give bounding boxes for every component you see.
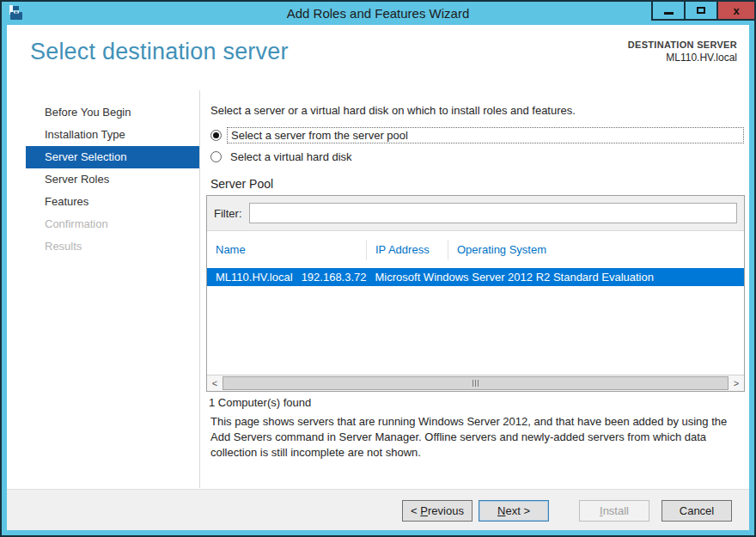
maximize-icon — [697, 7, 705, 14]
destination-server-block: DESTINATION SERVER ML110.HV.local — [628, 40, 737, 64]
scroll-right-button[interactable]: > — [729, 375, 744, 391]
page-title: Select destination server — [30, 39, 289, 65]
minimize-icon — [664, 12, 674, 15]
sidebar-item-server-selection[interactable]: Server Selection — [26, 146, 199, 168]
sidebar-item-features[interactable]: Features — [26, 191, 199, 213]
radio-option-server-pool-label[interactable]: Select a server from the server pool — [227, 127, 744, 143]
server-pool-panel: Filter: Name IP Address Operating System… — [206, 195, 745, 392]
maximize-button[interactable] — [684, 2, 716, 21]
filter-bar: Filter: — [207, 196, 744, 231]
server-pool-label: Server Pool — [210, 177, 273, 191]
close-icon: x — [733, 4, 739, 17]
next-button[interactable]: Next > — [479, 500, 549, 522]
destination-server-label: DESTINATION SERVER — [628, 40, 737, 50]
filter-label: Filter: — [214, 207, 242, 220]
radio-selected-icon[interactable] — [210, 130, 222, 141]
scroll-left-button[interactable]: < — [207, 375, 223, 391]
scroll-right-icon: > — [734, 378, 739, 388]
page-description: This page shows servers that are running… — [210, 414, 742, 461]
computers-found-text: 1 Computer(s) found — [209, 396, 311, 409]
sidebar-item-installation-type[interactable]: Installation Type — [26, 124, 199, 146]
close-button[interactable]: x — [716, 2, 754, 21]
cancel-button[interactable]: Cancel — [662, 500, 732, 522]
destination-server-value: ML110.HV.local — [628, 52, 737, 64]
footer: < Previous Next > Install Cancel — [7, 489, 749, 530]
column-header-ip-address[interactable]: IP Address — [366, 240, 448, 260]
wizard-steps-nav: Before You Begin Installation Type Serve… — [7, 101, 199, 258]
scroll-left-icon: < — [212, 378, 217, 388]
sidebar-item-confirmation: Confirmation — [26, 213, 199, 235]
server-table-row[interactable]: ML110.HV.local 192.168.3.72 Microsoft Wi… — [207, 268, 744, 286]
filter-input[interactable] — [249, 203, 738, 223]
radio-option-virtual-hard-disk-label[interactable]: Select a virtual hard disk — [227, 150, 356, 164]
column-header-operating-system[interactable]: Operating System — [448, 240, 744, 260]
sidebar-item-before-you-begin[interactable]: Before You Begin — [26, 101, 199, 124]
scrollbar-grip-icon — [472, 380, 479, 387]
radio-unselected-icon[interactable] — [210, 151, 222, 162]
previous-button[interactable]: < Previous — [402, 500, 472, 522]
wizard-window: Add Roles and Features Wizard x Select d… — [0, 0, 756, 537]
server-table-header: Name IP Address Operating System — [207, 231, 744, 268]
intro-text: Select a server or a virtual hard disk o… — [210, 104, 741, 117]
horizontal-scrollbar[interactable]: < > — [207, 375, 744, 391]
sidebar-separator — [199, 90, 200, 488]
wizard-body: Select destination server DESTINATION SE… — [7, 25, 749, 530]
server-ip-cell: 192.168.3.72 — [293, 271, 367, 284]
sidebar-item-server-roles[interactable]: Server Roles — [26, 168, 199, 191]
sidebar-item-results: Results — [26, 235, 199, 258]
radio-option-virtual-hard-disk[interactable]: Select a virtual hard disk — [210, 147, 744, 166]
titlebar: Add Roles and Features Wizard x — [2, 2, 754, 25]
server-os-cell: Microsoft Windows Server 2012 R2 Standar… — [367, 271, 654, 284]
window-controls: x — [651, 2, 754, 21]
column-header-name[interactable]: Name — [207, 240, 366, 260]
minimize-button[interactable] — [651, 2, 684, 21]
radio-option-server-pool[interactable]: Select a server from the server pool — [210, 125, 744, 144]
scrollbar-thumb[interactable] — [223, 376, 729, 390]
server-table-empty-area — [207, 286, 744, 373]
server-name-cell: ML110.HV.local — [207, 271, 293, 284]
window-title: Add Roles and Features Wizard — [2, 2, 754, 25]
install-button: Install — [579, 500, 649, 522]
